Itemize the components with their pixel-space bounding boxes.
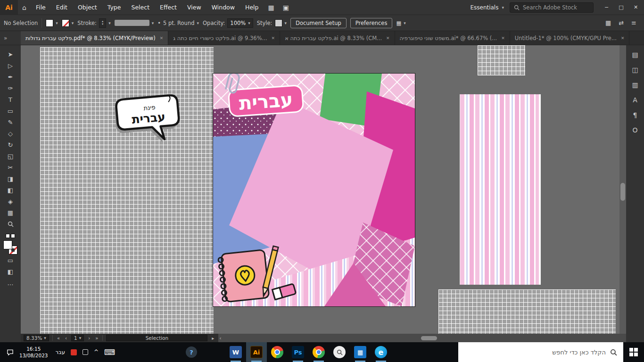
chevron-down-icon[interactable]: ▾ xyxy=(108,21,111,25)
stroke-color-picker[interactable]: ▾ xyxy=(62,19,74,27)
menu-view[interactable]: View xyxy=(182,0,206,15)
appearance-panel-icon[interactable]: O xyxy=(632,126,637,134)
menu-effect[interactable]: Effect xyxy=(155,0,182,15)
windows-search-box[interactable]: הקלד כאן כדי לחפש xyxy=(458,342,623,362)
home-icon[interactable]: ⌂ xyxy=(18,0,31,15)
paintbrush-tool[interactable]: ✎ xyxy=(4,117,17,128)
help-icon[interactable]: ? xyxy=(186,346,197,358)
show-hidden-icons[interactable]: ^ xyxy=(94,349,99,355)
layout-grid-icon[interactable]: ▦ xyxy=(264,0,278,15)
last-artboard-icon[interactable]: » xyxy=(94,336,99,341)
shape-builder-tool[interactable]: ◨ xyxy=(4,173,17,184)
shaper-tool[interactable]: ◇ xyxy=(4,128,17,139)
zoom-level-dropdown[interactable]: 8.33% ▾ xyxy=(24,335,49,341)
fill-color-picker[interactable]: ▾ xyxy=(46,19,58,27)
canvas[interactable]: פינת עברית xyxy=(21,45,626,342)
character-panel-icon[interactable]: A xyxy=(633,96,637,104)
taskbar-chrome[interactable] xyxy=(267,342,288,362)
arrange-documents-icon[interactable]: ▦ xyxy=(605,19,611,26)
taskbar-illustrator[interactable]: Ai xyxy=(246,342,267,362)
paragraph-panel-icon[interactable]: ¶ xyxy=(633,111,637,119)
tab-document-1[interactable]: פלקט עברית גדולות.pdf* @ 8.33% (CMYK/Pre… xyxy=(21,31,168,45)
stepper-icons[interactable]: ▴▾ xyxy=(102,20,103,25)
horizontal-scrollbar[interactable]: ‹ xyxy=(218,334,626,342)
action-center-icon[interactable] xyxy=(7,349,14,356)
taskbar-photoshop[interactable]: Ps xyxy=(288,342,308,362)
tab-document-3[interactable]: פלקט עברית כתה א.ai @ 8.33% (CM... ✕ xyxy=(280,31,395,45)
taskbar-search-app[interactable] xyxy=(329,342,350,362)
menu-type[interactable]: Type xyxy=(102,0,126,15)
document-setup-button[interactable]: Document Setup xyxy=(290,18,347,28)
variable-width-profile[interactable]: ▾ xyxy=(115,20,154,26)
default-fill-stroke-button[interactable] xyxy=(6,234,15,238)
poster-artwork[interactable]: עברית xyxy=(213,74,415,306)
layers-panel-icon[interactable]: ▥ xyxy=(632,81,638,89)
taskbar-store-app[interactable]: ▦ xyxy=(350,342,371,362)
tab-document-4[interactable]: משפט שוני טיפוגרפיה.ai* @ 66.67% (... ✕ xyxy=(395,31,510,45)
close-icon[interactable]: ✕ xyxy=(272,36,275,41)
start-button[interactable] xyxy=(623,342,644,362)
zoom-tool[interactable] xyxy=(4,219,17,230)
transform-options[interactable]: ▦ ▾ xyxy=(396,20,405,26)
first-artboard-icon[interactable]: « xyxy=(56,336,61,341)
menu-object[interactable]: Object xyxy=(73,0,102,15)
panel-menu-icon[interactable]: ≡ xyxy=(631,19,636,26)
close-button[interactable]: ✕ xyxy=(628,0,643,15)
vertical-scroll-thumb[interactable] xyxy=(620,183,625,201)
fill-swatch[interactable] xyxy=(46,19,53,27)
maximize-button[interactable]: □ xyxy=(614,0,628,15)
swap-icon[interactable]: ⇄ xyxy=(619,19,624,26)
fill-stroke-control[interactable] xyxy=(3,240,17,255)
horizontal-scroll-thumb[interactable] xyxy=(421,336,437,340)
screen-mode-icon[interactable]: ◧ xyxy=(4,266,17,277)
speech-bubble-sticker[interactable]: פינת עברית xyxy=(115,92,185,148)
tab-document-2[interactable]: פלקט כישורי חיים כתה ג.ai @ 9.36%... ✕ xyxy=(168,31,280,45)
libraries-panel-icon[interactable]: ◫ xyxy=(632,66,638,74)
gradient-tool[interactable]: ◧ xyxy=(4,185,17,196)
graph-tool[interactable]: ▦ xyxy=(4,207,17,218)
menu-edit[interactable]: Edit xyxy=(51,0,73,15)
adobe-stock-search[interactable]: Search Adobe Stock xyxy=(510,2,594,13)
selection-tool[interactable]: ➤ xyxy=(4,49,17,60)
fill-swatch[interactable] xyxy=(3,240,12,249)
scale-tool[interactable]: ◱ xyxy=(4,151,17,162)
stroke-weight-field[interactable]: ▴▾ xyxy=(99,18,106,28)
direct-selection-tool[interactable]: ▷ xyxy=(4,60,17,71)
taskbar-edge[interactable]: e xyxy=(371,342,391,362)
previous-artboard-icon[interactable]: ‹ xyxy=(64,336,68,341)
tab-document-5[interactable]: Untitled-1* @ 100% (CMYK/GPU Pre... ✕ xyxy=(510,31,630,45)
taskbar-clock[interactable]: 16:15 13/08/2023 xyxy=(19,346,48,359)
scissors-tool[interactable]: ✂ xyxy=(4,162,17,173)
document-preview-icon[interactable]: ▣ xyxy=(279,0,293,15)
rectangle-tool[interactable]: ▭ xyxy=(4,106,17,116)
status-expand-icon[interactable]: ▸ xyxy=(211,336,215,341)
close-icon[interactable]: ✕ xyxy=(160,36,164,41)
close-icon[interactable]: ✕ xyxy=(501,36,505,41)
tray-app-icon[interactable] xyxy=(83,349,88,355)
draw-mode-icon[interactable]: ▭ xyxy=(4,255,17,266)
language-indicator[interactable]: עבר xyxy=(56,349,65,355)
artboard-number-field[interactable]: 1 ▾ xyxy=(71,335,84,341)
style-swatch[interactable] xyxy=(275,19,282,27)
stripe-pattern-object[interactable] xyxy=(460,94,541,285)
taskbar-chrome-2[interactable] xyxy=(308,342,329,362)
stroke-swatch-none[interactable] xyxy=(62,19,69,27)
pen-tool[interactable]: ✒ xyxy=(4,72,17,82)
type-tool[interactable]: T xyxy=(4,94,17,105)
artboards-panel-icon[interactable]: ▤ xyxy=(632,51,638,58)
touch-keyboard-icon[interactable]: ⌨ xyxy=(104,348,115,357)
vertical-scrollbar[interactable] xyxy=(619,45,626,334)
next-artboard-icon[interactable]: › xyxy=(87,336,91,341)
tray-red-icon[interactable] xyxy=(71,349,77,355)
close-icon[interactable]: ✕ xyxy=(386,36,390,41)
menu-select[interactable]: Select xyxy=(126,0,155,15)
menu-file[interactable]: File xyxy=(31,0,51,15)
artboard[interactable]: עברית xyxy=(213,74,415,306)
taskbar-word[interactable]: W xyxy=(225,342,246,362)
menu-window[interactable]: Window xyxy=(206,0,240,15)
chevron-down-icon[interactable]: ▾ xyxy=(285,21,287,25)
rotate-tool[interactable]: ↻ xyxy=(4,140,17,150)
close-icon[interactable]: ✕ xyxy=(621,36,625,41)
preferences-button[interactable]: Preferences xyxy=(350,18,393,28)
toolbar-collapse-icon[interactable]: » xyxy=(0,31,21,45)
